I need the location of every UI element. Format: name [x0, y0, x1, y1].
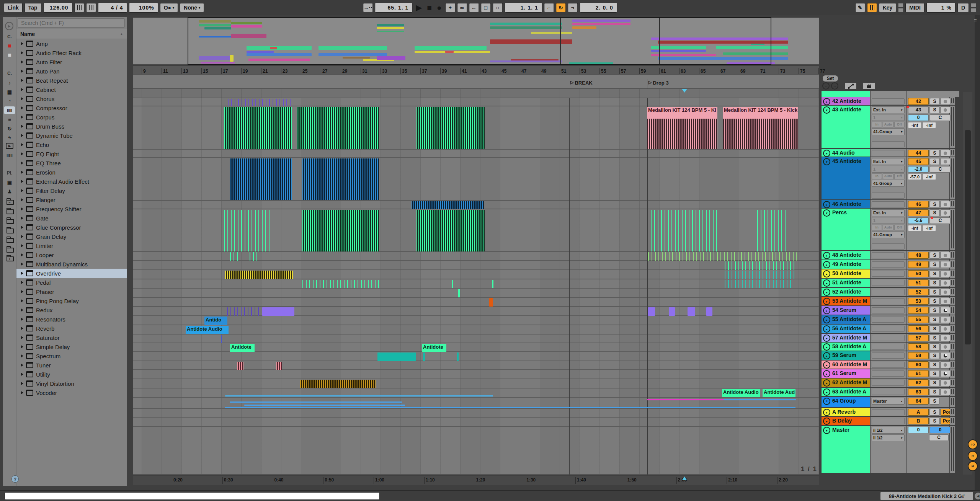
collapse-circle-button[interactable]: ◀	[975, 493, 980, 499]
browser-item[interactable]: Multiband Dynamics	[16, 259, 127, 269]
track-header[interactable]: 43 Antidote	[822, 106, 870, 148]
browser-item[interactable]: Limiter	[16, 241, 127, 250]
arm-button[interactable]	[941, 352, 950, 359]
track-row[interactable]: B Delay ▼ ▼ ▼ ▼ ▼ ▼	[822, 417, 959, 426]
browser-item[interactable]: Tuner	[16, 361, 127, 370]
track-fold-icon[interactable]	[823, 252, 830, 259]
clip[interactable]	[225, 271, 293, 279]
expand-triangle-icon[interactable]	[21, 299, 23, 302]
track-activator[interactable]: 44	[908, 150, 929, 157]
expand-triangle-icon[interactable]	[21, 308, 23, 312]
browser-item[interactable]: Flanger	[16, 195, 127, 204]
track-fold-icon[interactable]	[823, 343, 830, 351]
nudge-down-button[interactable]	[74, 3, 84, 12]
clip[interactable]	[725, 271, 794, 279]
global-quantize-display[interactable]: 100%	[129, 3, 158, 13]
track-fold-icon[interactable]	[823, 398, 830, 405]
browser-item[interactable]: Glue Compressor	[16, 223, 127, 232]
expand-triangle-icon[interactable]	[21, 162, 23, 165]
track-fold-icon[interactable]	[823, 106, 830, 114]
clip[interactable]	[725, 280, 794, 288]
track-activator[interactable]: 61	[908, 370, 929, 377]
master-pan-center[interactable]: C	[929, 434, 949, 441]
meter-peak-right[interactable]: -inf	[923, 225, 936, 231]
expand-triangle-icon[interactable]	[21, 235, 23, 238]
browser-item[interactable]: Overdrive	[16, 269, 127, 278]
monitor-off-button[interactable]: Off	[894, 225, 905, 230]
track-activator[interactable]: 53	[908, 298, 929, 305]
locator-marker[interactable]: BREAK	[569, 79, 593, 89]
expand-triangle-icon[interactable]	[21, 88, 23, 91]
clip[interactable]	[297, 107, 379, 149]
track-row[interactable]: 46 Antidote ▼ ▼ ▼ ▼ ▼ ▼	[822, 200, 959, 209]
browser-item[interactable]: Phaser	[16, 287, 127, 296]
solo-button[interactable]: S	[930, 316, 939, 323]
pan-field[interactable]: 0	[930, 427, 951, 433]
browser-item[interactable]: Audio Effect Rack	[16, 48, 127, 57]
clip[interactable]	[227, 307, 260, 316]
panel-scrollbar[interactable]	[963, 92, 972, 475]
overdub-button[interactable]: +	[445, 3, 455, 12]
track-row[interactable]: 61 Serum ▼ ▼ ▼ ▼ ▼ ▼	[822, 369, 959, 379]
track-header[interactable]: 60 Antidote M	[822, 361, 870, 369]
arm-button[interactable]	[941, 252, 950, 259]
track-activator[interactable]: B	[908, 418, 929, 424]
browser-item[interactable]: Amp	[16, 39, 127, 48]
insert-marker[interactable]	[682, 89, 687, 95]
track-activator[interactable]: 51	[908, 279, 929, 286]
browser-item[interactable]: EQ Three	[16, 158, 127, 168]
volume-field[interactable]: -2.0	[908, 166, 929, 173]
expand-triangle-icon[interactable]	[21, 152, 23, 155]
browser-item[interactable]: Vocoder	[16, 388, 127, 397]
key-map-button[interactable]: Key	[879, 3, 897, 12]
arm-button[interactable]	[941, 289, 950, 295]
output-routing-dropdown[interactable]: 41-Group▼	[872, 128, 905, 135]
clip[interactable]	[647, 399, 724, 400]
track-header[interactable]: 58 Antidote A	[822, 343, 870, 351]
clip[interactable]	[452, 280, 453, 288]
loop-start-display[interactable]: 1. 1. 1	[505, 3, 542, 13]
track-header[interactable]: Percs	[822, 209, 870, 250]
solo-button[interactable]: S	[930, 209, 939, 216]
browser-item[interactable]: Echo	[16, 140, 127, 149]
track-fold-icon[interactable]	[823, 201, 830, 208]
track-row[interactable]: 53 Antidote M ▼ ▼ ▼ ▼ ▼ ▼	[822, 297, 959, 306]
browser-item[interactable]: Beat Repeat	[16, 76, 127, 85]
solo-button[interactable]: S	[930, 158, 939, 165]
arm-button[interactable]	[941, 201, 950, 208]
track-fold-icon[interactable]	[823, 279, 830, 287]
beat-time-ruler[interactable]: 9111315171921232527293133353739414345474…	[133, 66, 819, 75]
input-routing-dropdown[interactable]: Ext. In▼	[872, 158, 905, 165]
section-toggle[interactable]: R	[968, 451, 978, 461]
track-header[interactable]: 64 Group	[822, 397, 870, 407]
tempo-display[interactable]: 126.00	[43, 3, 72, 13]
pan-field[interactable]: C	[930, 114, 951, 121]
browser-item[interactable]: Resonators	[16, 315, 127, 324]
plugins-icon[interactable]: ϟ	[4, 134, 15, 141]
expand-triangle-icon[interactable]	[21, 198, 23, 201]
arrangement-position-display[interactable]: 65. 1. 1	[375, 3, 412, 13]
sort-arrow-icon[interactable]: ▲	[120, 32, 123, 36]
clip[interactable]: Medallion KIT 124 BPM 5 - Kick	[723, 107, 798, 149]
expand-triangle-icon[interactable]	[21, 60, 23, 64]
track-fold-icon[interactable]	[823, 388, 830, 396]
track-row[interactable]: 57 Antidote M ▼ ▼ ▼ ▼ ▼ ▼	[822, 334, 959, 343]
clip[interactable]	[725, 261, 795, 270]
clip[interactable]	[688, 307, 695, 316]
solo-button[interactable]: S	[930, 106, 939, 113]
arm-button[interactable]	[941, 316, 950, 323]
expand-triangle-icon[interactable]	[21, 51, 23, 54]
follow-button[interactable]: →··	[363, 3, 373, 12]
expand-triangle-icon[interactable]	[21, 226, 23, 229]
expand-triangle-icon[interactable]	[21, 318, 23, 321]
clips-icon[interactable]: ▶	[6, 143, 13, 149]
expand-triangle-icon[interactable]	[21, 79, 23, 82]
track-header[interactable]: B Delay	[822, 417, 870, 425]
clip[interactable]	[423, 352, 425, 361]
solo-button[interactable]: S	[930, 298, 939, 305]
track-row[interactable]: 42 Antidote ▼ ▼ ▼ ▼ ▼ ▼	[822, 97, 959, 106]
track-header[interactable]: 55 Antidote A	[822, 315, 870, 324]
clip[interactable]	[648, 307, 655, 316]
info-toggle[interactable]: ?	[11, 475, 19, 483]
expand-triangle-icon[interactable]	[21, 281, 23, 284]
